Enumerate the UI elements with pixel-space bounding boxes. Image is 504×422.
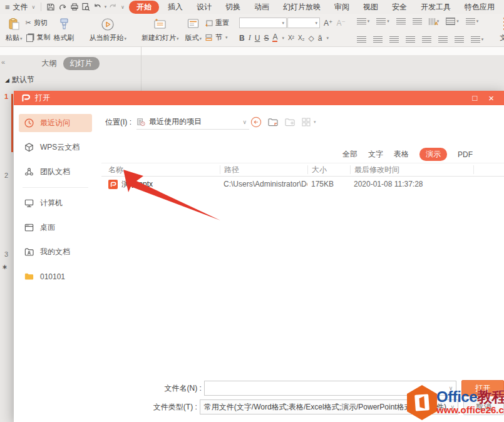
- format-painter-button[interactable]: 格式刷: [51, 16, 78, 44]
- watermark-url: www.office26.com: [436, 405, 504, 414]
- sidebar-item-recent[interactable]: 最近访问: [19, 114, 92, 132]
- slide-number-3[interactable]: 3: [4, 250, 8, 258]
- sidebar-item-desktop[interactable]: 桌面: [19, 219, 92, 237]
- filter-presentation[interactable]: 演示: [419, 148, 447, 161]
- ribbon-toolbar: 粘贴▾ ✂剪切 复制 格式刷 从当前开始▾ 新建幻灯片▾: [0, 14, 504, 47]
- tab-slides[interactable]: 幻灯片: [63, 57, 100, 70]
- distribute-button[interactable]: [422, 36, 431, 43]
- print-icon[interactable]: [69, 2, 79, 12]
- close-button[interactable]: ×: [488, 93, 494, 103]
- chevron-down-icon[interactable]: ▾: [105, 4, 107, 9]
- space-before-button[interactable]: [455, 36, 464, 43]
- file-menu-button[interactable]: 文件: [13, 2, 28, 13]
- header-modified[interactable]: 最后修改时间: [350, 165, 473, 174]
- new-folder-button[interactable]: [284, 117, 296, 127]
- copy-icon: [26, 34, 33, 42]
- panel-top-strip: [0, 47, 504, 55]
- sidebar-item-wps-cloud[interactable]: WPS云文档: [19, 138, 92, 157]
- location-label: 位置(I) :: [105, 117, 131, 128]
- section-row[interactable]: ◢默认节: [5, 75, 34, 85]
- copy-button[interactable]: 复制: [26, 33, 51, 42]
- italic-button[interactable]: I: [249, 33, 251, 43]
- new-slide-button[interactable]: 新建幻灯片▾: [138, 16, 182, 44]
- tab-review[interactable]: 审阅: [329, 1, 354, 14]
- format-painter-icon: [58, 18, 70, 30]
- filter-spreadsheet[interactable]: 表格: [394, 149, 409, 160]
- tab-animation[interactable]: 动画: [249, 1, 274, 14]
- tab-slideshow[interactable]: 幻灯片放映: [278, 1, 326, 14]
- numbering-button[interactable]: ▾: [376, 18, 389, 24]
- decrease-font-button[interactable]: A⁻: [336, 19, 345, 28]
- filter-pdf[interactable]: PDF: [458, 150, 473, 159]
- dialog-titlebar[interactable]: 打开 □ ×: [14, 91, 504, 105]
- filter-all[interactable]: 全部: [342, 149, 357, 160]
- back-button[interactable]: [250, 116, 262, 128]
- clipboard-group: 粘贴▾ ✂剪切 复制 格式刷: [0, 14, 80, 46]
- text-direction-button[interactable]: A▾: [429, 18, 440, 25]
- chevron-down-icon: ▾: [314, 120, 316, 125]
- justify-button[interactable]: [406, 36, 415, 43]
- slide-number-1[interactable]: 1: [4, 93, 8, 100]
- tab-transition[interactable]: 切换: [220, 1, 245, 14]
- header-size[interactable]: 大小: [307, 165, 350, 174]
- font-size-select[interactable]: ▾: [287, 18, 320, 28]
- section-icon: [205, 34, 213, 41]
- bold-button[interactable]: B: [239, 34, 245, 43]
- wps-presentation-logo-icon: [21, 94, 31, 102]
- clear-format-button[interactable]: ◇: [309, 34, 314, 43]
- line-spacing-button[interactable]: [438, 36, 448, 43]
- tab-view[interactable]: 视图: [358, 1, 383, 14]
- textbox-button[interactable]: A 文本框: [496, 16, 504, 44]
- change-case-button[interactable]: ā: [318, 34, 322, 43]
- slide-panel-tabs: 大纲 幻灯片: [0, 55, 141, 71]
- subscript-button[interactable]: X₂: [298, 34, 305, 41]
- space-after-button[interactable]: ▾: [471, 36, 484, 43]
- tab-home[interactable]: 开始: [129, 1, 159, 14]
- sidebar-item-my-documents[interactable]: 我的文档: [19, 243, 92, 261]
- export-pdf-icon[interactable]: [58, 2, 67, 12]
- maximize-button[interactable]: □: [472, 93, 477, 103]
- font-family-select[interactable]: ▾: [239, 18, 287, 28]
- decrease-indent-button[interactable]: [396, 18, 406, 24]
- undo-icon[interactable]: [93, 2, 103, 12]
- location-select[interactable]: 最近使用的项目 ∨: [136, 115, 249, 130]
- paste-button[interactable]: 粘贴▾: [3, 16, 26, 44]
- align-right-button[interactable]: [389, 36, 399, 43]
- redo-icon[interactable]: [108, 2, 117, 12]
- customize-quickbar-icon[interactable]: ∨: [121, 4, 125, 10]
- align-center-button[interactable]: [373, 36, 383, 43]
- tab-outline[interactable]: 大纲: [42, 58, 57, 69]
- watermark: Office教程网 www.office26.com: [403, 383, 504, 422]
- tab-devtools[interactable]: 开发工具: [416, 1, 456, 14]
- columns-button[interactable]: ▾: [466, 18, 479, 24]
- increase-indent-button[interactable]: [413, 18, 422, 24]
- reset-button[interactable]: 重置: [205, 18, 229, 28]
- cut-button[interactable]: ✂剪切: [26, 18, 51, 28]
- up-folder-button[interactable]: [267, 117, 279, 127]
- strikethrough-button[interactable]: S: [264, 34, 269, 43]
- print-preview-icon[interactable]: [81, 2, 91, 12]
- tab-special-features[interactable]: 特色应用: [460, 1, 500, 14]
- font-color-button[interactable]: A: [272, 34, 277, 42]
- filter-writer[interactable]: 文字: [368, 149, 383, 160]
- tab-security[interactable]: 安全: [387, 1, 412, 14]
- increase-font-button[interactable]: A⁺: [324, 19, 332, 28]
- sidebar-item-folder-010101[interactable]: 010101: [19, 267, 92, 286]
- layout-button[interactable]: 版式▾: [182, 16, 205, 44]
- play-from-current-button[interactable]: 从当前开始▾: [86, 16, 130, 44]
- tab-insert[interactable]: 插入: [163, 1, 188, 14]
- align-text-button[interactable]: ▾: [446, 18, 459, 25]
- underline-button[interactable]: U: [255, 34, 260, 43]
- tab-design[interactable]: 设计: [192, 1, 217, 14]
- view-mode-button[interactable]: [301, 117, 311, 127]
- sidebar-item-computer[interactable]: 计算机: [19, 194, 92, 212]
- sidebar-item-team-docs[interactable]: 团队文档: [19, 163, 92, 181]
- header-path[interactable]: 路径: [220, 165, 307, 174]
- slide-number-2[interactable]: 2: [4, 172, 8, 179]
- section-button[interactable]: 节▾: [205, 33, 229, 42]
- superscript-button[interactable]: X²: [288, 34, 294, 41]
- hamburger-icon[interactable]: ≡: [5, 3, 10, 12]
- save-icon[interactable]: [46, 2, 55, 12]
- bullets-button[interactable]: ▾: [357, 18, 370, 24]
- align-left-button[interactable]: [357, 36, 366, 43]
